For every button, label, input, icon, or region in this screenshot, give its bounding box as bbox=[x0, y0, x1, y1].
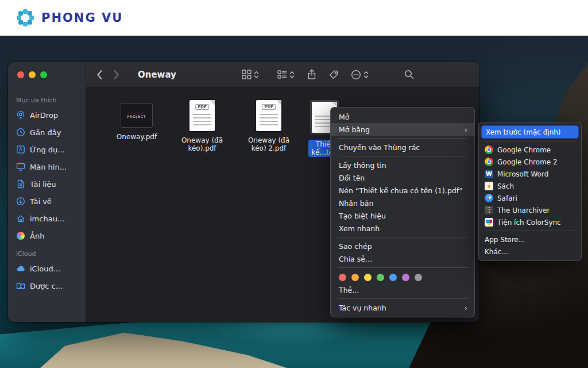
chevron-up-down-icon bbox=[363, 71, 369, 79]
submenu-item-app-store[interactable]: App Store... bbox=[479, 233, 581, 246]
pdf-badge: PDF bbox=[195, 104, 209, 110]
sidebar-item-label: AirDrop bbox=[30, 111, 58, 120]
tag-gray[interactable] bbox=[415, 274, 422, 281]
sidebar-item-icloud-drive[interactable]: iCloud... bbox=[8, 260, 86, 277]
tag-yellow[interactable] bbox=[364, 274, 372, 281]
submenu-item-label: Tiện ích ColorSync bbox=[497, 218, 561, 227]
file-oneway-da-keo-pdf[interactable]: PDF Oneway (đã kéo).pdf bbox=[172, 100, 232, 152]
submenu-item-the-unarchiver[interactable]: The Unarchiver bbox=[479, 204, 581, 216]
brand-logo[interactable]: PHONG VU bbox=[15, 7, 123, 28]
tag-button[interactable] bbox=[328, 69, 339, 80]
submenu-item-colorsync[interactable]: Tiện ích ColorSync bbox=[479, 216, 581, 228]
sidebar-item-home[interactable]: imchau... bbox=[8, 210, 86, 227]
menu-item-label: Thẻ... bbox=[339, 286, 359, 294]
menu-item-duplicate[interactable]: Nhân bản bbox=[331, 197, 474, 209]
submenu-item-label: Google Chrome 2 bbox=[497, 158, 558, 166]
airdrop-icon bbox=[16, 110, 25, 120]
share-button[interactable] bbox=[306, 68, 318, 81]
sidebar-item-documents[interactable]: Tài liệu bbox=[8, 175, 86, 193]
pdf-thumbnail: PROJECT bbox=[121, 103, 153, 128]
sidebar-item-label: Được c... bbox=[30, 282, 63, 290]
tag-orange[interactable] bbox=[351, 274, 359, 281]
back-button[interactable] bbox=[95, 68, 104, 81]
submenu-item-google-chrome[interactable]: Google Chrome bbox=[479, 144, 581, 156]
minimize-button[interactable] bbox=[29, 71, 36, 78]
menu-item-share[interactable]: Chia sẻ... bbox=[331, 252, 474, 265]
view-options-button[interactable] bbox=[241, 68, 260, 80]
group-view-icon bbox=[277, 70, 287, 79]
file-label: Oneway (đã kéo) 2.pdf bbox=[240, 136, 297, 152]
tag-red[interactable] bbox=[339, 274, 346, 281]
documents-icon bbox=[16, 179, 25, 189]
applications-icon: A bbox=[16, 145, 25, 155]
file-oneway-da-keo-2-pdf[interactable]: PDF Oneway (đã kéo) 2.pdf bbox=[239, 100, 299, 152]
submenu-item-label: Safari bbox=[497, 194, 517, 202]
submenu-item-label: Xem trước (mặc định) bbox=[486, 128, 561, 136]
submenu-item-preview-default[interactable]: Xem trước (mặc định) bbox=[481, 125, 579, 139]
pdf-thumbnail: PDF bbox=[189, 100, 215, 131]
forward-icon bbox=[113, 70, 119, 80]
submenu-arrow-icon: › bbox=[465, 304, 467, 312]
tag-blue[interactable] bbox=[389, 274, 397, 281]
submenu-item-other[interactable]: Khác... bbox=[479, 246, 581, 258]
menu-item-open[interactable]: Mở bbox=[331, 110, 474, 123]
submenu-item-safari[interactable]: Safari bbox=[479, 192, 581, 204]
group-button[interactable] bbox=[276, 69, 296, 80]
sidebar-item-label: iCloud... bbox=[30, 264, 60, 273]
icloud-icon bbox=[16, 264, 25, 274]
window-controls bbox=[17, 71, 47, 78]
menu-item-quick-actions[interactable]: Tác vụ nhanh › bbox=[331, 301, 474, 314]
menu-item-label: Nhân bản bbox=[339, 199, 373, 208]
menu-item-move-to-trash[interactable]: Chuyển vào Thùng rác bbox=[331, 141, 474, 154]
chevron-up-down-icon bbox=[254, 71, 259, 79]
menu-item-compress[interactable]: Nén “Thiết kế chưa có tên (1).pdf” bbox=[331, 184, 474, 197]
back-icon bbox=[96, 70, 103, 80]
menu-item-make-alias[interactable]: Tạo biệt hiệu bbox=[331, 209, 474, 222]
sidebar-item-airdrop[interactable]: AirDrop bbox=[8, 106, 86, 124]
menu-separator bbox=[338, 156, 467, 156]
menu-item-label: Tác vụ nhanh bbox=[339, 304, 386, 312]
submenu-item-microsoft-word[interactable]: Microsoft Word bbox=[479, 168, 581, 180]
desktop: Mục ưa thích AirDrop Gần đây A bbox=[0, 36, 588, 368]
search-button[interactable] bbox=[403, 68, 415, 80]
menu-item-label: Xem nhanh bbox=[339, 224, 380, 233]
sidebar-item-recents[interactable]: Gần đây bbox=[8, 124, 86, 141]
menu-separator bbox=[338, 267, 467, 268]
menu-item-label: Chia sẻ... bbox=[339, 255, 372, 263]
file-oneway-pdf[interactable]: PROJECT Oneway.pdf bbox=[107, 100, 167, 141]
menu-separator bbox=[486, 231, 574, 231]
menu-item-rename[interactable]: Đổi tên bbox=[331, 171, 474, 184]
google-chrome-icon bbox=[485, 158, 493, 166]
books-icon bbox=[485, 182, 493, 190]
sidebar-item-label: Ảnh bbox=[30, 232, 44, 240]
menu-item-label: Tạo biệt hiệu bbox=[339, 212, 386, 220]
menu-item-tags[interactable]: Thẻ... bbox=[331, 283, 474, 296]
sidebar-item-downloads[interactable]: Tài về bbox=[8, 193, 86, 210]
forward-button[interactable] bbox=[112, 68, 121, 81]
submenu-item-label: Microsoft Word bbox=[497, 170, 548, 178]
menu-item-label: Sao chép bbox=[339, 242, 372, 251]
submenu-item-google-chrome-2[interactable]: Google Chrome 2 bbox=[479, 156, 581, 168]
sidebar-item-applications[interactable]: A Ứng dụ... bbox=[8, 141, 86, 158]
zoom-button[interactable] bbox=[40, 71, 47, 78]
submenu-item-label: App Store... bbox=[485, 236, 525, 244]
sidebar-item-photos[interactable]: Ảnh bbox=[8, 227, 86, 244]
tag-purple[interactable] bbox=[402, 274, 409, 281]
menu-item-quick-look[interactable]: Xem nhanh bbox=[331, 222, 474, 235]
sidebar-item-label: Màn hìn... bbox=[30, 163, 67, 171]
tag-colors-row bbox=[331, 270, 474, 283]
sidebar-item-desktop[interactable]: Màn hìn... bbox=[8, 158, 86, 175]
menu-item-copy[interactable]: Sao chép bbox=[331, 240, 474, 252]
menu-item-open-with[interactable]: Mở bằng › bbox=[331, 123, 474, 136]
submenu-item-label: Sách bbox=[497, 182, 514, 190]
brand-name: PHONG VU bbox=[41, 11, 123, 25]
sidebar-item-shared[interactable]: Được c... bbox=[8, 277, 86, 294]
more-button[interactable] bbox=[350, 68, 370, 81]
more-icon bbox=[351, 70, 361, 80]
tag-green[interactable] bbox=[377, 274, 384, 281]
file-label: Oneway (đã kéo).pdf bbox=[173, 136, 231, 152]
submenu-item-label: Google Chrome bbox=[497, 146, 551, 154]
submenu-item-books[interactable]: Sách bbox=[479, 180, 581, 192]
menu-item-get-info[interactable]: Lấy thông tin bbox=[331, 159, 474, 171]
close-button[interactable] bbox=[17, 71, 24, 78]
